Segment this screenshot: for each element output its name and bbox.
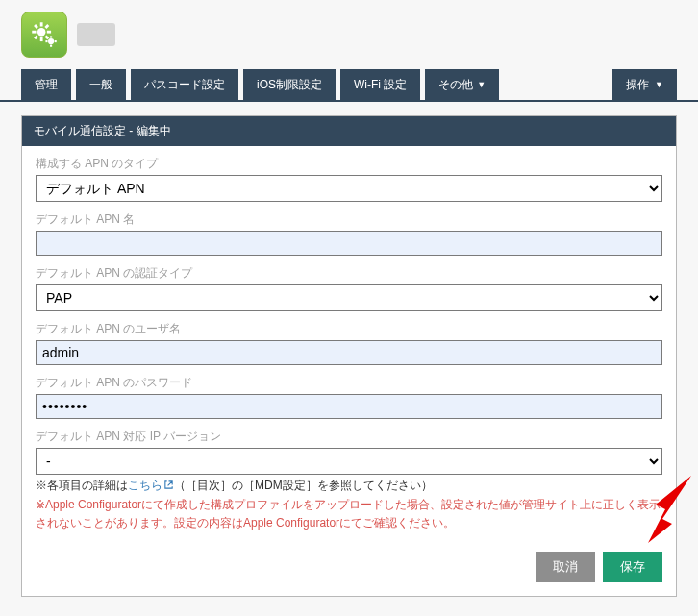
apn-type-label: 構成する APN のタイプ — [36, 156, 662, 172]
settings-panel: モバイル通信設定 - 編集中 構成する APN のタイプ デフォルト APN デ… — [21, 115, 677, 597]
tab-more-label: その他 — [438, 77, 473, 93]
panel-title: モバイル通信設定 - 編集中 — [22, 116, 676, 146]
app-title-placeholder — [77, 23, 115, 46]
ipver-label: デフォルト APN 対応 IP バージョン — [36, 429, 662, 445]
cancel-button[interactable]: 取消 — [536, 552, 595, 582]
gear-app-icon — [21, 12, 67, 58]
button-row: 取消 保存 — [36, 552, 662, 582]
ops-button[interactable]: 操作 ▼ — [612, 69, 677, 100]
svg-line-6 — [45, 36, 48, 38]
apn-name-input[interactable] — [36, 231, 662, 256]
tab-more[interactable]: その他 ▼ — [425, 69, 499, 100]
svg-point-0 — [37, 28, 45, 36]
tab-passcode[interactable]: パスコード設定 — [131, 69, 238, 100]
note-line: ※各項目の詳細はこちら（［目次］の［MDM設定］を参照してください） — [36, 478, 662, 494]
apn-name-label: デフォルト APN 名 — [36, 211, 662, 228]
svg-line-7 — [35, 36, 37, 38]
ipver-select[interactable]: - — [36, 448, 662, 475]
apn-type-select[interactable]: デフォルト APN — [36, 175, 662, 202]
note-prefix: ※各項目の詳細は — [36, 479, 128, 492]
tab-manage[interactable]: 管理 — [21, 69, 71, 100]
user-label: デフォルト APN のユーザ名 — [36, 321, 662, 337]
warning-text: ※Apple Configuratorにて作成した構成プロファイルをアップロード… — [36, 496, 662, 532]
tab-ios-restrict[interactable]: iOS制限設定 — [243, 69, 336, 100]
tab-bar: 管理 一般 パスコード設定 iOS制限設定 Wi-Fi 設定 その他 ▼ 操作 … — [0, 69, 698, 102]
password-input[interactable] — [36, 394, 662, 419]
svg-point-9 — [48, 38, 54, 44]
header — [0, 0, 698, 69]
auth-type-label: デフォルト APN の認証タイプ — [36, 265, 662, 282]
tab-wifi[interactable]: Wi-Fi 設定 — [340, 69, 420, 100]
svg-line-8 — [45, 25, 48, 28]
external-link-icon — [163, 480, 174, 490]
save-button[interactable]: 保存 — [603, 552, 662, 582]
user-input[interactable] — [36, 340, 662, 365]
note-suffix: （［目次］の［MDM設定］を参照してください） — [174, 479, 433, 492]
ops-button-label: 操作 — [626, 77, 649, 93]
chevron-down-icon: ▼ — [477, 80, 486, 89]
svg-line-5 — [35, 25, 37, 28]
auth-type-select[interactable]: PAP — [36, 284, 662, 311]
details-link[interactable]: こちら — [128, 479, 174, 492]
tab-general[interactable]: 一般 — [76, 69, 126, 100]
pw-label: デフォルト APN のパスワード — [36, 375, 662, 391]
chevron-down-icon: ▼ — [655, 80, 663, 89]
